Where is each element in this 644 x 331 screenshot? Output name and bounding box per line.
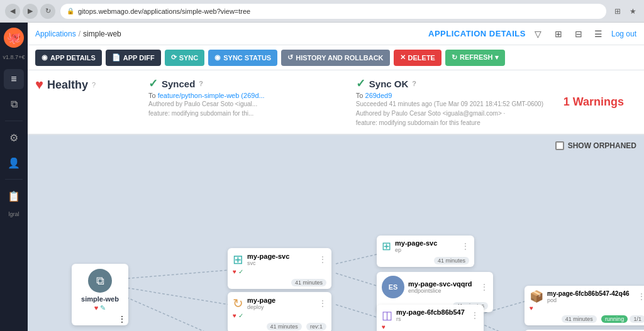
sync-ok-authored: Authored by Paulo Cesar Soto <iguala@gma… <box>356 109 551 118</box>
graph-area: SHOW ORPHANED <box>28 135 644 331</box>
network-icon[interactable]: ⊞ <box>551 26 566 41</box>
sidebar-item-docs[interactable]: 📋 <box>4 186 24 206</box>
synced-to-label: To feature/python-simple-web (269d... <box>148 92 343 99</box>
browser-chrome: ◀ ▶ ↻ 🔒 gitops.webmago.dev/applications/… <box>0 0 644 23</box>
sync-ok-to-text: To <box>356 92 365 99</box>
ep-icon: ⊞ <box>382 239 391 253</box>
node-my-page-svc[interactable]: ⊞ my-page-svc svc ⋮ ♥ ✓ 41 minute <box>228 248 331 289</box>
app-diff-icon: 📄 <box>112 53 121 62</box>
ep-kind: ep <box>395 247 437 253</box>
node-pod1[interactable]: 📦 my-page-6fcb86b547-42q46 pod ⋮ ♥ 41 mi… <box>525 286 644 325</box>
node-simple-web[interactable]: ⧉ simple-web ♥ ✎ ⋮ <box>72 264 128 325</box>
health-question-icon[interactable]: ? <box>92 81 96 89</box>
version-label: v1.8.7+€ <box>3 54 25 60</box>
ep-name: my-page-svc <box>395 239 437 247</box>
synced-to-link[interactable]: feature/python-simple-web (269d... <box>158 92 265 99</box>
simple-web-status-icons: ♥ ✎ <box>94 304 106 312</box>
browser-actions: ⊞ ★ <box>611 5 639 18</box>
rs-menu[interactable]: ⋮ <box>471 311 479 320</box>
pod1-time: 41 minutes <box>562 315 597 323</box>
my-page-svc-menu[interactable]: ⋮ <box>319 255 326 264</box>
my-page-svc-time: 41 minutes <box>291 279 326 286</box>
my-page-check: ✓ <box>238 312 243 319</box>
refresh-button[interactable]: ↻ REFRESH ▾ <box>445 50 505 66</box>
sync-ok-time: Succeeded 41 minutes ago (Tue Mar 09 202… <box>356 100 551 109</box>
delete-button[interactable]: ✕ DELETE <box>394 50 441 66</box>
synced-authored: Authored by Paulo Cesar Soto <igual... <box>148 100 343 109</box>
delete-icon: ✕ <box>400 53 406 62</box>
breadcrumb-separator: / <box>79 30 80 38</box>
my-page-name: my-page <box>247 296 275 304</box>
history-icon: ↺ <box>287 53 293 62</box>
breadcrumb: Applications / simple-web <box>35 30 121 38</box>
history-rollback-button[interactable]: ↺ HISTORY AND ROLLBACK <box>281 50 389 66</box>
sync-status-button[interactable]: ◉ SYNC STATUS <box>208 50 277 66</box>
address-bar[interactable]: 🔒 gitops.webmago.dev/applications/simple… <box>60 4 606 19</box>
my-page-svc-status: ♥ ✓ <box>228 268 331 276</box>
breadcrumb-parent[interactable]: Applications <box>35 30 76 38</box>
ep-menu[interactable]: ⋮ <box>462 242 469 251</box>
health-status: ♥ Healthy ? <box>35 77 136 93</box>
app-diff-label: APP DIFF <box>123 54 155 62</box>
pod1-footer: 41 minutes running 1/1 <box>525 313 644 325</box>
node-my-page-deploy[interactable]: ↻ my-page deploy ⋮ ♥ ✓ 41 minutes <box>228 292 331 331</box>
sync-ok-check-icon: ✓ <box>356 77 365 90</box>
sync-ok-title: Sync OK <box>369 79 409 89</box>
pod1-count: 1/1 <box>630 315 644 323</box>
node-ep[interactable]: ⊞ my-page-svc ep ⋮ 41 minutes <box>377 236 474 267</box>
sidebar-divider-2 <box>5 179 23 180</box>
list-icon[interactable]: ☰ <box>591 26 606 41</box>
org-icon[interactable]: ⊟ <box>571 26 586 41</box>
refresh-label: REFRESH ▾ <box>460 53 499 62</box>
sync-ok-to-link[interactable]: 269ded9 <box>365 92 392 99</box>
url-text: gitops.webmago.dev/applications/simple-w… <box>78 8 250 15</box>
my-page-kind: deploy <box>247 304 275 310</box>
node-rs[interactable]: ◫ my-page-6fcb86b547 rs ⋮ ♥ 41 minutes <box>377 305 484 331</box>
sync-ok-to-label: To 269ded9 <box>356 92 551 99</box>
profile-icon[interactable]: ★ <box>626 5 639 18</box>
sync-label: SYNC <box>179 54 199 62</box>
ep-time: 41 minutes <box>434 257 469 264</box>
pod1-running: running <box>601 315 628 323</box>
my-page-rev: rev:1 <box>306 323 326 330</box>
rs-status: ♥ <box>377 323 484 331</box>
sidebar-item-layers[interactable]: ⧉ <box>4 94 24 114</box>
synced-to-text: To <box>148 92 158 99</box>
eps-menu[interactable]: ⋮ <box>480 283 488 291</box>
logout-button[interactable]: Log out <box>611 30 636 38</box>
my-page-footer: 41 minutes rev:1 <box>228 320 331 331</box>
pod1-heart: ♥ <box>530 305 533 312</box>
rs-kind: rs <box>396 316 465 322</box>
eps-name: my-page-svc-vqqrd <box>408 280 472 288</box>
es-icon: ES <box>382 276 404 298</box>
sidebar-divider-1 <box>5 121 23 121</box>
my-page-menu[interactable]: ⋮ <box>319 299 326 308</box>
pod1-status: ♥ <box>525 305 644 313</box>
app-details-button[interactable]: ◉ APP DETAILS <box>35 50 102 66</box>
simple-web-menu[interactable]: ⋮ <box>72 315 128 325</box>
reload-button[interactable]: ↻ <box>40 4 55 19</box>
pod1-menu[interactable]: ⋮ <box>638 292 644 301</box>
sync-button[interactable]: ⟳ SYNC <box>165 50 205 66</box>
synced-question-icon[interactable]: ? <box>199 80 203 87</box>
app-details-title: APPLICATION DETAILS <box>428 29 526 38</box>
synced-check-icon: ✓ <box>148 77 158 90</box>
my-page-svc-heart: ♥ <box>233 268 236 275</box>
my-page-svc-kind: svc <box>247 260 289 266</box>
back-button[interactable]: ◀ <box>5 4 20 19</box>
sidebar-item-user[interactable]: 👤 <box>4 153 24 173</box>
simple-web-heart-icon: ♥ <box>94 304 99 312</box>
my-page-heart: ♥ <box>233 312 236 319</box>
rs-name: my-page-6fcb86b547 <box>396 308 465 316</box>
app-diff-button[interactable]: 📄 APP DIFF <box>106 50 161 66</box>
sidebar-item-home[interactable]: ≡ <box>4 69 24 89</box>
forward-button[interactable]: ▶ <box>23 4 38 19</box>
sync-ok-question-icon[interactable]: ? <box>412 80 416 87</box>
extensions-icon[interactable]: ⊞ <box>611 5 624 18</box>
sidebar-item-settings[interactable]: ⚙ <box>4 128 24 148</box>
filter-icon[interactable]: ▽ <box>531 26 546 41</box>
top-bar: Applications / simple-web APPLICATION DE… <box>28 23 644 45</box>
rs-icon: ◫ <box>382 308 392 322</box>
app-logo: 🐙 <box>4 28 24 48</box>
synced-card: ✓ Synced ? To feature/python-simple-web … <box>148 77 343 118</box>
